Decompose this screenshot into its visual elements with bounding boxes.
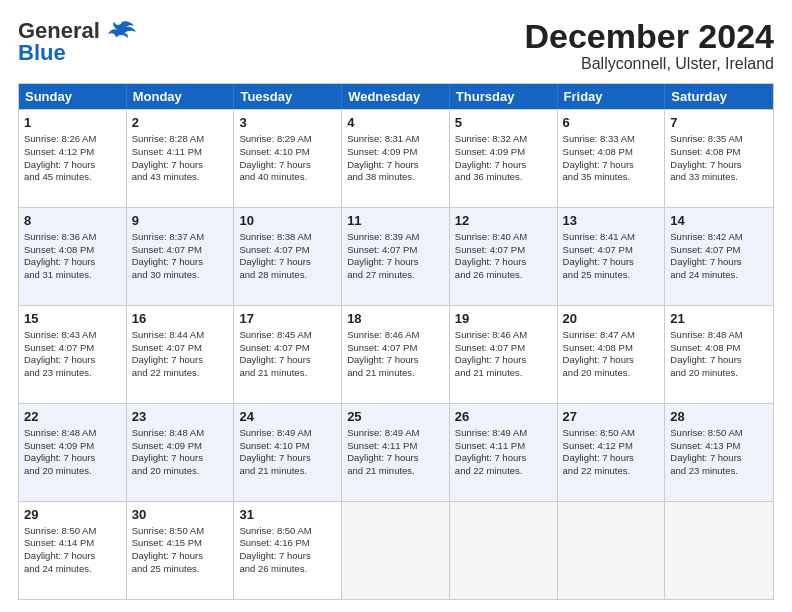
day-info-line: Daylight: 7 hours xyxy=(563,354,660,367)
day-info-line: Sunrise: 8:36 AM xyxy=(24,231,121,244)
cal-header-cell-sunday: Sunday xyxy=(19,84,127,109)
day-info-line: Sunrise: 8:42 AM xyxy=(670,231,768,244)
cal-header-cell-friday: Friday xyxy=(558,84,666,109)
day-number: 27 xyxy=(563,408,660,426)
day-info-line: Sunrise: 8:50 AM xyxy=(239,525,336,538)
day-info-line: Sunset: 4:12 PM xyxy=(563,440,660,453)
day-info-line: and 40 minutes. xyxy=(239,171,336,184)
day-info-line: Daylight: 7 hours xyxy=(132,159,229,172)
day-info-line: Sunrise: 8:45 AM xyxy=(239,329,336,342)
cal-row-5: 29Sunrise: 8:50 AMSunset: 4:14 PMDayligh… xyxy=(19,501,773,599)
day-number: 2 xyxy=(132,114,229,132)
day-info-line: Sunset: 4:07 PM xyxy=(670,244,768,257)
day-info-line: Sunset: 4:16 PM xyxy=(239,537,336,550)
day-info-line: Sunrise: 8:32 AM xyxy=(455,133,552,146)
day-number: 7 xyxy=(670,114,768,132)
day-number: 22 xyxy=(24,408,121,426)
day-info-line: Daylight: 7 hours xyxy=(132,452,229,465)
day-info-line: and 45 minutes. xyxy=(24,171,121,184)
day-info-line: Daylight: 7 hours xyxy=(132,550,229,563)
cal-cell-day-10: 10Sunrise: 8:38 AMSunset: 4:07 PMDayligh… xyxy=(234,208,342,305)
day-info-line: and 43 minutes. xyxy=(132,171,229,184)
day-info-line: and 21 minutes. xyxy=(455,367,552,380)
day-info-line: Daylight: 7 hours xyxy=(347,256,444,269)
day-info-line: Sunrise: 8:31 AM xyxy=(347,133,444,146)
day-number: 11 xyxy=(347,212,444,230)
page: General Blue December 2024 Ballyconnell,… xyxy=(0,0,792,612)
day-number: 20 xyxy=(563,310,660,328)
cal-cell-day-14: 14Sunrise: 8:42 AMSunset: 4:07 PMDayligh… xyxy=(665,208,773,305)
day-info-line: and 30 minutes. xyxy=(132,269,229,282)
day-info-line: Sunset: 4:09 PM xyxy=(132,440,229,453)
day-info-line: and 22 minutes. xyxy=(455,465,552,478)
day-info-line: Daylight: 7 hours xyxy=(455,256,552,269)
day-number: 26 xyxy=(455,408,552,426)
cal-row-2: 8Sunrise: 8:36 AMSunset: 4:08 PMDaylight… xyxy=(19,207,773,305)
title-block: December 2024 Ballyconnell, Ulster, Irel… xyxy=(524,18,774,73)
day-info-line: Daylight: 7 hours xyxy=(455,159,552,172)
day-info-line: Daylight: 7 hours xyxy=(239,550,336,563)
cal-cell-day-1: 1Sunrise: 8:26 AMSunset: 4:12 PMDaylight… xyxy=(19,110,127,207)
cal-row-1: 1Sunrise: 8:26 AMSunset: 4:12 PMDaylight… xyxy=(19,109,773,207)
day-info-line: Daylight: 7 hours xyxy=(239,256,336,269)
day-number: 6 xyxy=(563,114,660,132)
day-info-line: and 26 minutes. xyxy=(455,269,552,282)
cal-cell-day-29: 29Sunrise: 8:50 AMSunset: 4:14 PMDayligh… xyxy=(19,502,127,599)
day-info-line: and 36 minutes. xyxy=(455,171,552,184)
day-info-line: and 23 minutes. xyxy=(24,367,121,380)
day-info-line: Sunset: 4:09 PM xyxy=(347,146,444,159)
cal-cell-day-5: 5Sunrise: 8:32 AMSunset: 4:09 PMDaylight… xyxy=(450,110,558,207)
day-info-line: and 23 minutes. xyxy=(670,465,768,478)
day-info-line: Sunset: 4:07 PM xyxy=(132,244,229,257)
day-info-line: and 20 minutes. xyxy=(670,367,768,380)
cal-cell-day-3: 3Sunrise: 8:29 AMSunset: 4:10 PMDaylight… xyxy=(234,110,342,207)
cal-cell-day-13: 13Sunrise: 8:41 AMSunset: 4:07 PMDayligh… xyxy=(558,208,666,305)
cal-row-4: 22Sunrise: 8:48 AMSunset: 4:09 PMDayligh… xyxy=(19,403,773,501)
day-info-line: Sunset: 4:07 PM xyxy=(132,342,229,355)
day-info-line: Sunset: 4:15 PM xyxy=(132,537,229,550)
day-info-line: Sunset: 4:10 PM xyxy=(239,146,336,159)
cal-cell-day-17: 17Sunrise: 8:45 AMSunset: 4:07 PMDayligh… xyxy=(234,306,342,403)
day-info-line: and 38 minutes. xyxy=(347,171,444,184)
day-info-line: Sunrise: 8:43 AM xyxy=(24,329,121,342)
day-info-line: and 31 minutes. xyxy=(24,269,121,282)
day-info-line: and 22 minutes. xyxy=(132,367,229,380)
cal-cell-empty xyxy=(558,502,666,599)
cal-cell-day-12: 12Sunrise: 8:40 AMSunset: 4:07 PMDayligh… xyxy=(450,208,558,305)
day-info-line: Sunrise: 8:49 AM xyxy=(347,427,444,440)
cal-cell-empty xyxy=(665,502,773,599)
day-info-line: Daylight: 7 hours xyxy=(347,452,444,465)
day-info-line: and 25 minutes. xyxy=(132,563,229,576)
day-info-line: and 26 minutes. xyxy=(239,563,336,576)
day-info-line: Sunset: 4:10 PM xyxy=(239,440,336,453)
page-subtitle: Ballyconnell, Ulster, Ireland xyxy=(524,55,774,73)
day-info-line: Daylight: 7 hours xyxy=(24,452,121,465)
cal-cell-day-21: 21Sunrise: 8:48 AMSunset: 4:08 PMDayligh… xyxy=(665,306,773,403)
cal-cell-day-30: 30Sunrise: 8:50 AMSunset: 4:15 PMDayligh… xyxy=(127,502,235,599)
cal-cell-empty xyxy=(450,502,558,599)
cal-cell-day-31: 31Sunrise: 8:50 AMSunset: 4:16 PMDayligh… xyxy=(234,502,342,599)
cal-header-cell-wednesday: Wednesday xyxy=(342,84,450,109)
day-info-line: and 35 minutes. xyxy=(563,171,660,184)
day-info-line: and 25 minutes. xyxy=(563,269,660,282)
day-info-line: Sunrise: 8:47 AM xyxy=(563,329,660,342)
day-info-line: Sunset: 4:11 PM xyxy=(455,440,552,453)
cal-cell-day-16: 16Sunrise: 8:44 AMSunset: 4:07 PMDayligh… xyxy=(127,306,235,403)
day-info-line: Sunrise: 8:50 AM xyxy=(670,427,768,440)
day-number: 12 xyxy=(455,212,552,230)
day-number: 18 xyxy=(347,310,444,328)
day-info-line: Daylight: 7 hours xyxy=(239,354,336,367)
day-info-line: Sunset: 4:07 PM xyxy=(455,342,552,355)
day-info-line: Daylight: 7 hours xyxy=(563,256,660,269)
page-title: December 2024 xyxy=(524,18,774,55)
cal-cell-day-19: 19Sunrise: 8:46 AMSunset: 4:07 PMDayligh… xyxy=(450,306,558,403)
day-info-line: Sunset: 4:07 PM xyxy=(24,342,121,355)
day-number: 21 xyxy=(670,310,768,328)
day-info-line: Sunrise: 8:28 AM xyxy=(132,133,229,146)
day-number: 3 xyxy=(239,114,336,132)
day-info-line: Daylight: 7 hours xyxy=(563,159,660,172)
day-info-line: Daylight: 7 hours xyxy=(455,354,552,367)
day-info-line: Daylight: 7 hours xyxy=(347,159,444,172)
day-info-line: Sunset: 4:11 PM xyxy=(347,440,444,453)
day-info-line: Sunset: 4:09 PM xyxy=(24,440,121,453)
